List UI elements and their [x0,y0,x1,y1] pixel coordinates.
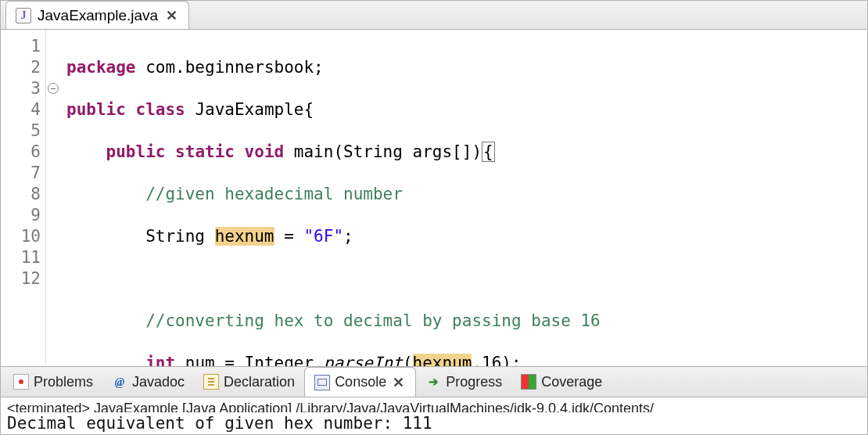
line-number: 2 [1,57,41,78]
editor-tab-javaexample[interactable]: J JavaExample.java ✕ [5,1,189,29]
tab-coverage[interactable]: Coverage [511,367,612,397]
console-status-line: <terminated> JavaExample [Java Applicati… [1,397,867,412]
close-icon[interactable]: ✕ [391,374,406,391]
line-number: 10 [1,226,41,247]
line-number: 12 [1,268,41,289]
console-output: Decimal equivalent of given hex number: … [1,412,867,434]
tab-progress[interactable]: ➔ Progress [416,367,511,397]
tab-label: Coverage [541,374,602,390]
line-number: 8 [1,184,41,205]
line-number: 5 [1,120,41,142]
fold-strip: − [46,30,60,366]
tab-label: Problems [34,374,93,390]
console-icon [314,375,330,390]
declaration-icon [203,374,219,390]
javadoc-icon: @ [112,374,127,390]
line-number: 4 [1,99,41,120]
line-number: 6 [1,142,41,163]
bottom-tab-strip: Problems @ Javadoc Declaration Console ✕… [1,367,867,397]
code-content[interactable]: package com.beginnersbook; public class … [60,30,867,366]
close-icon[interactable]: ✕ [164,7,179,24]
fold-toggle-icon[interactable]: − [48,83,59,94]
progress-icon: ➔ [425,374,441,390]
line-number: 9 [1,205,41,226]
editor-tab-strip: J JavaExample.java ✕ [1,1,867,30]
java-file-icon: J [16,8,31,23]
tab-label: Javadoc [132,374,185,390]
code-editor[interactable]: 1 2 3 4 5 6 7 8 9 10 11 12 − package com… [1,30,867,367]
tab-label: Progress [446,374,502,390]
line-number: 3 [1,78,41,99]
coverage-icon [521,374,536,390]
editor-tab-label: JavaExample.java [38,7,158,24]
tab-problems[interactable]: Problems [4,367,102,397]
line-number: 7 [1,163,41,184]
tab-javadoc[interactable]: @ Javadoc [102,367,194,397]
tab-console[interactable]: Console ✕ [304,367,416,397]
line-number: 11 [1,247,41,268]
tab-label: Console [335,374,386,390]
tab-label: Declaration [224,374,295,390]
problems-icon [13,374,29,390]
line-number-gutter: 1 2 3 4 5 6 7 8 9 10 11 12 [1,30,46,366]
line-number: 1 [1,36,41,57]
tab-declaration[interactable]: Declaration [194,367,304,397]
